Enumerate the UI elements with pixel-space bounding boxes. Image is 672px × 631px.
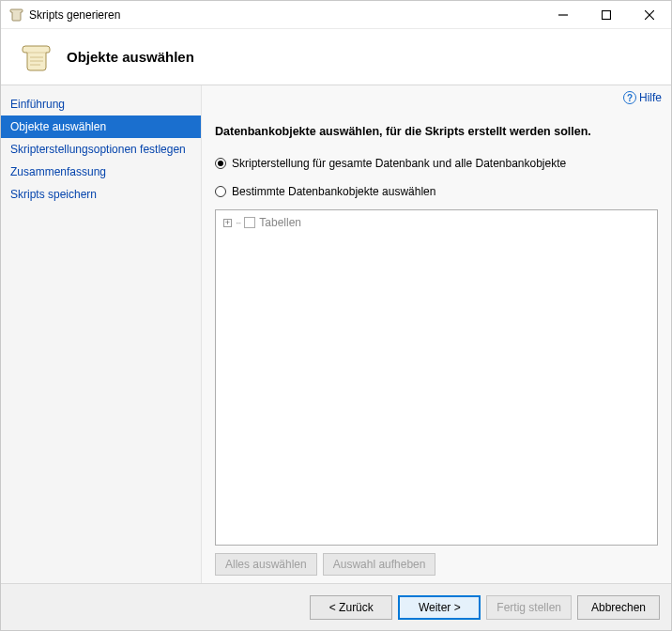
finish-button: Fertig stellen: [486, 595, 572, 620]
scroll-icon: [18, 40, 52, 74]
expand-icon: +: [223, 219, 232, 227]
close-button[interactable]: [628, 1, 671, 28]
radio-icon: [215, 158, 226, 169]
help-link[interactable]: ? Hilfe: [623, 91, 662, 104]
sidebar: Einführung Objekte auswählen Skripterste…: [1, 85, 202, 583]
wizard-header: Objekte auswählen: [1, 29, 671, 85]
wizard-footer: < Zurück Weiter > Fertig stellen Abbrech…: [1, 583, 671, 630]
content-area: ? Hilfe Datenbankobjekte auswählen, für …: [202, 85, 671, 583]
radio-label: Bestimmte Datenbankobjekte auswählen: [232, 185, 435, 198]
app-icon: [8, 8, 23, 23]
radio-script-all[interactable]: Skripterstellung für gesamte Datenbank u…: [215, 157, 658, 170]
sidebar-item-choose-objects[interactable]: Objekte auswählen: [1, 115, 201, 138]
sidebar-item-scripting-options[interactable]: Skripterstellungsoptionen festlegen: [1, 138, 201, 161]
back-button[interactable]: < Zurück: [310, 595, 392, 620]
sidebar-item-save-scripts[interactable]: Skripts speichern: [1, 183, 201, 206]
tree-node-label: Tabellen: [259, 216, 301, 229]
wizard-body: Einführung Objekte auswählen Skripterste…: [1, 85, 671, 583]
help-icon: ?: [623, 91, 636, 104]
radio-script-specific[interactable]: Bestimmte Datenbankobjekte auswählen: [215, 185, 658, 198]
tree-node-tables: + ··· Tabellen: [223, 216, 649, 229]
window-title: Skripts generieren: [29, 8, 542, 22]
tree-connector: ···: [236, 218, 240, 228]
select-all-button: Alles auswählen: [215, 553, 317, 576]
page-title: Objekte auswählen: [67, 49, 194, 65]
titlebar: Skripts generieren: [1, 1, 671, 29]
sidebar-item-intro[interactable]: Einführung: [1, 93, 201, 115]
deselect-all-button: Auswahl aufheben: [323, 553, 436, 576]
instruction-text: Datenbankobjekte auswählen, für die Skri…: [215, 125, 658, 138]
help-label: Hilfe: [639, 91, 662, 104]
next-button[interactable]: Weiter >: [398, 595, 481, 620]
sidebar-item-summary[interactable]: Zusammenfassung: [1, 161, 201, 183]
svg-rect-1: [603, 10, 611, 19]
checkbox-icon: [244, 217, 255, 228]
minimize-button[interactable]: [542, 1, 585, 28]
object-tree: + ··· Tabellen: [215, 209, 658, 546]
maximize-button[interactable]: [585, 1, 628, 28]
tree-buttons: Alles auswählen Auswahl aufheben: [215, 553, 658, 576]
radio-icon: [215, 186, 226, 197]
window-controls: [542, 1, 671, 28]
cancel-button[interactable]: Abbrechen: [577, 595, 660, 620]
radio-label: Skripterstellung für gesamte Datenbank u…: [232, 157, 566, 170]
